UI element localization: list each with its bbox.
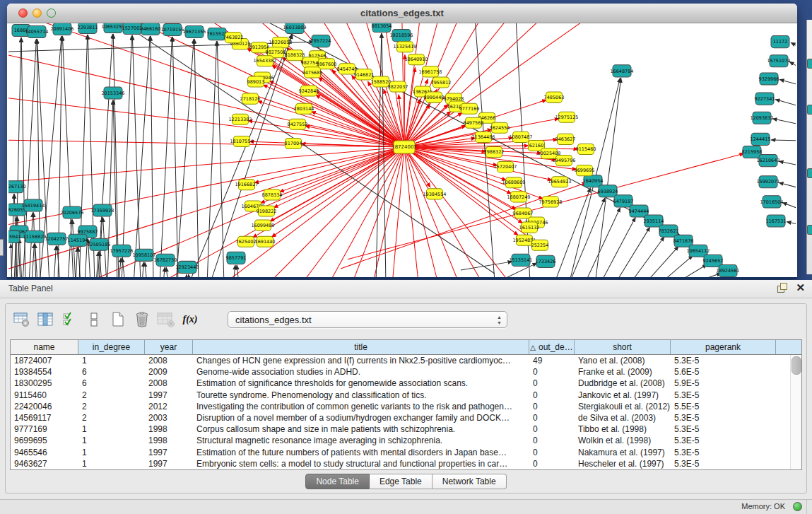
citation-edge-black[interactable] xyxy=(779,182,796,189)
citation-edge-red[interactable] xyxy=(248,121,404,147)
table-cell[interactable]: Investigating the contribution of common… xyxy=(193,402,529,411)
table-selector-dropdown[interactable]: citations_edges.txt ▲▼ xyxy=(228,311,507,328)
table-cell[interactable]: 5.5E-5 xyxy=(671,402,776,411)
table-panel-header[interactable]: Table Panel ✕ xyxy=(0,280,812,298)
column-header-year[interactable]: year xyxy=(145,340,193,354)
table-cell[interactable]: 2 xyxy=(78,402,145,411)
tab-edge-table[interactable]: Edge Table xyxy=(370,474,433,489)
table-cell[interactable]: Structural magnetic resonance image aver… xyxy=(193,436,529,445)
table-cell[interactable]: Changes of HCN gene expression and I(f) … xyxy=(193,356,529,366)
citation-edge-black[interactable] xyxy=(145,262,147,277)
table-cell[interactable]: Nakamura et al. (1997) xyxy=(575,448,671,457)
close-panel-icon[interactable]: ✕ xyxy=(796,283,805,293)
table-cell[interactable]: Estimation of the future numbers of pati… xyxy=(193,448,529,457)
table-row[interactable]: 1830029562008Estimation of significance … xyxy=(11,378,801,389)
citation-edge-black[interactable] xyxy=(217,41,224,277)
network-canvas[interactable]: 1686614055714208914062293811106532571527… xyxy=(8,23,796,277)
citation-edge-red[interactable] xyxy=(404,147,439,277)
citation-edge-red[interactable] xyxy=(404,147,484,277)
table-cell[interactable]: 5.3E-5 xyxy=(671,356,776,366)
table-cell[interactable]: 0 xyxy=(529,390,575,400)
citation-edge-black[interactable] xyxy=(779,79,796,86)
table-cell[interactable]: 0 xyxy=(529,413,575,423)
network-graph[interactable]: 1686614055714208914062293811106532571527… xyxy=(8,23,796,277)
table-cell[interactable]: 6 xyxy=(78,378,145,388)
table-row[interactable]: 1456911722003Disruption of a novel membe… xyxy=(11,412,801,424)
citation-edge-red[interactable] xyxy=(300,147,404,277)
table-cell[interactable]: 5.3E-5 xyxy=(671,424,776,434)
citation-edge-red[interactable] xyxy=(404,54,405,147)
citation-edge-black[interactable] xyxy=(142,262,143,277)
table-cell[interactable]: 1997 xyxy=(145,459,193,469)
table-cell[interactable]: Genome-wide association studies in ADHD. xyxy=(193,367,529,377)
column-header-name[interactable]: name xyxy=(11,340,78,354)
citation-edge-black[interactable] xyxy=(461,262,512,270)
table-cell[interactable]: Dudbridge et al. (2008) xyxy=(575,378,671,388)
scrollbar-thumb[interactable] xyxy=(792,356,801,375)
table-cell[interactable]: Hescheler et al. (1997) xyxy=(575,459,671,469)
tab-network-table[interactable]: Network Table xyxy=(433,474,507,489)
network-window[interactable]: citations_edges.txt 16866140557142089140… xyxy=(7,4,797,279)
table-cell[interactable]: 1998 xyxy=(145,424,193,434)
citation-edge-black[interactable] xyxy=(775,100,796,107)
citation-edge-red[interactable] xyxy=(8,97,404,147)
citation-edge-black[interactable] xyxy=(771,140,796,141)
table-cell[interactable]: 0 xyxy=(529,402,575,411)
table-cell[interactable]: 2012 xyxy=(145,402,193,411)
table-cell[interactable]: 2008 xyxy=(145,356,193,366)
table-cell[interactable]: 6 xyxy=(78,367,145,377)
table-cell[interactable]: Embryonic stem cells: a model to study s… xyxy=(193,459,529,469)
table-cell[interactable]: 1 xyxy=(78,424,145,434)
citation-edge-black[interactable] xyxy=(68,220,71,277)
table-settings-icon[interactable] xyxy=(13,310,31,329)
citation-edge-red[interactable] xyxy=(404,147,460,277)
citation-edge-black[interactable] xyxy=(779,161,796,166)
delete-column-icon[interactable] xyxy=(133,310,151,329)
citation-edge-black[interactable] xyxy=(630,237,664,277)
table-cell[interactable]: 9699695 xyxy=(11,436,78,445)
citation-edge-black[interactable] xyxy=(186,274,187,277)
table-cell[interactable]: 1997 xyxy=(145,390,193,400)
citation-edge-black[interactable] xyxy=(189,274,190,277)
table-cell[interactable]: 5.3E-5 xyxy=(671,448,776,457)
table-cell[interactable]: 1997 xyxy=(145,448,193,457)
table-cell[interactable]: Estimation of significance thresholds fo… xyxy=(193,378,529,388)
table-cell[interactable]: 9463627 xyxy=(11,459,78,469)
function-builder-icon[interactable]: f(x) xyxy=(181,310,199,329)
citation-edge-black[interactable] xyxy=(237,265,239,277)
column-header-short[interactable]: short xyxy=(575,340,671,354)
float-panel-icon[interactable] xyxy=(777,283,787,293)
table-cell[interactable]: 5.9E-5 xyxy=(671,378,776,388)
new-column-icon[interactable] xyxy=(109,310,127,329)
window-titlebar[interactable]: citations_edges.txt xyxy=(7,4,797,23)
column-header-title[interactable]: title xyxy=(193,340,529,354)
tab-node-table[interactable]: Node Table xyxy=(305,474,370,489)
citation-edge-black[interactable] xyxy=(194,39,199,277)
citation-edge-black[interactable] xyxy=(163,267,165,277)
table-cell[interactable]: 5.3E-5 xyxy=(671,413,776,423)
table-cell[interactable]: 2009 xyxy=(145,367,193,377)
table-cell[interactable]: 2 xyxy=(78,390,145,400)
table-cell[interactable]: 9777169 xyxy=(11,424,78,434)
table-cell[interactable]: 0 xyxy=(529,424,575,434)
citation-edge-black[interactable] xyxy=(782,202,796,210)
citation-edge-black[interactable] xyxy=(76,247,78,277)
citation-edge-black[interactable] xyxy=(17,239,19,277)
table-cell[interactable]: 22420046 xyxy=(11,402,78,411)
table-cell[interactable]: 1 xyxy=(78,448,145,457)
citation-edge-black[interactable] xyxy=(600,217,635,277)
citation-edge-black[interactable] xyxy=(166,267,168,277)
citation-edge-red[interactable] xyxy=(8,140,404,147)
citation-edge-black[interactable] xyxy=(54,246,56,277)
table-cell[interactable]: 1 xyxy=(78,436,145,445)
table-cell[interactable]: 1 xyxy=(78,459,145,469)
table-row[interactable]: 1938455462009Genome-wide association stu… xyxy=(11,366,801,378)
citation-edge-black[interactable] xyxy=(659,255,693,277)
table-cell[interactable]: 2008 xyxy=(145,378,193,388)
citation-edge-black[interactable] xyxy=(29,212,33,277)
citation-edge-red[interactable] xyxy=(404,147,518,235)
table-cell[interactable]: 2003 xyxy=(145,413,193,423)
citation-edge-black[interactable] xyxy=(134,36,150,277)
table-cell[interactable]: 19384554 xyxy=(11,367,78,377)
citation-edge-black[interactable] xyxy=(151,36,153,277)
